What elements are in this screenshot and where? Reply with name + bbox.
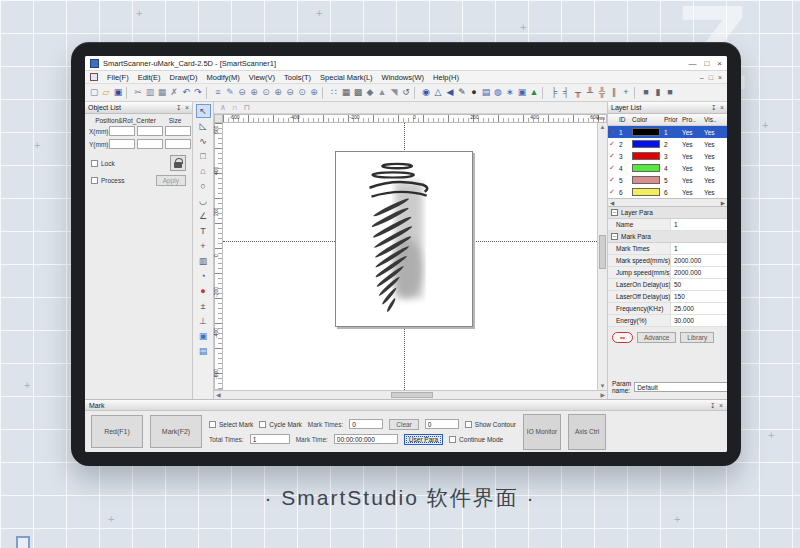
collapse-icon[interactable]: – <box>611 233 618 240</box>
select-tool[interactable]: ↖ <box>196 104 211 118</box>
scrollbar-thumb[interactable] <box>391 392 433 398</box>
align-right-icon[interactable]: ╡ <box>560 86 572 100</box>
laser-brand-button[interactable]: ∞ <box>612 332 633 343</box>
zoom-page-icon[interactable]: ⊙ <box>296 86 308 100</box>
maximize-button[interactable]: □ <box>704 59 709 68</box>
dock-panel-a-icon[interactable]: ■ <box>640 86 652 100</box>
close-icon[interactable]: × <box>719 402 723 409</box>
speaker-icon[interactable]: ◀ <box>444 86 456 100</box>
point-tool[interactable]: + <box>196 239 211 253</box>
bell-icon[interactable]: ◍ <box>492 86 504 100</box>
param-row[interactable]: Frequency(KHz)25.000 <box>608 303 727 315</box>
close-button[interactable]: × <box>717 59 722 68</box>
rectangle-tool[interactable]: □ <box>196 149 211 163</box>
mdi-close-button[interactable]: × <box>718 74 722 81</box>
calibration-icon[interactable]: △ <box>432 86 444 100</box>
coordinate-input[interactable] <box>109 139 135 149</box>
dimension-tool[interactable]: ∠ <box>196 209 211 223</box>
mark-time-input[interactable] <box>334 434 398 444</box>
paste-icon[interactable]: ▦ <box>156 86 168 100</box>
horizontal-scrollbar[interactable]: ◀ ▶ <box>214 390 607 399</box>
menu-item-file[interactable]: File(F) <box>107 73 129 82</box>
coordinate-input[interactable] <box>165 126 191 136</box>
mdi-minimize-button[interactable]: – <box>700 74 704 81</box>
layer-color-swatch[interactable] <box>632 152 660 160</box>
layer-table-scrollbar[interactable]: ◀ ▶ <box>608 199 727 207</box>
param-group-header[interactable]: –Layer Para <box>608 207 727 219</box>
delete-icon[interactable]: ✗ <box>168 86 180 100</box>
coordinate-input[interactable] <box>137 126 163 136</box>
polyline-tool[interactable]: ∿ <box>196 134 211 148</box>
param-row[interactable]: Mark speed(mm/s)2000.000 <box>608 255 727 267</box>
copy-icon[interactable]: ▥ <box>144 86 156 100</box>
align-bottom-icon[interactable]: ╨ <box>584 86 596 100</box>
scroll-up-icon[interactable]: ▲ <box>598 124 607 130</box>
scrollbar-thumb[interactable] <box>599 235 606 269</box>
layer-color-swatch[interactable] <box>632 128 660 136</box>
barcode-tool[interactable]: ▥ <box>196 254 211 268</box>
arc-tool-icon[interactable]: ∧ <box>220 104 226 112</box>
undo-icon[interactable]: ↶ <box>180 86 192 100</box>
shear-icon[interactable]: ◥ <box>388 86 400 100</box>
param-row[interactable]: Name1 <box>608 219 727 231</box>
photo-icon[interactable]: ▣ <box>516 86 528 100</box>
settings-icon[interactable]: ∗ <box>504 86 516 100</box>
save-file-icon[interactable]: ▣ <box>112 86 124 100</box>
close-icon[interactable]: × <box>185 104 189 111</box>
param-row[interactable]: LaserOn Delay(us)50 <box>608 279 727 291</box>
new-file-icon[interactable]: ▢ <box>88 86 100 100</box>
traffic-light-tool[interactable]: ● <box>196 284 211 298</box>
distribute-icon[interactable]: ∥ <box>608 86 620 100</box>
zoom-all-icon[interactable]: ⊙ <box>260 86 272 100</box>
collapse-icon[interactable]: – <box>611 209 618 216</box>
zoom-selection-icon[interactable]: ⊕ <box>272 86 284 100</box>
advance-button[interactable]: Advance <box>637 332 676 343</box>
menu-item-windows[interactable]: Windows(W) <box>382 73 425 82</box>
param-group-header[interactable]: –Mark Para <box>608 231 727 243</box>
zoom-in-icon[interactable]: ⊕ <box>248 86 260 100</box>
bitmap-tool[interactable]: ▣ <box>196 329 211 343</box>
cut-icon[interactable]: ✂ <box>132 86 144 100</box>
layers-icon[interactable]: ▤ <box>480 86 492 100</box>
layer-row[interactable]: ✓11YesYes <box>608 126 727 138</box>
process-checkbox[interactable]: Process <box>91 177 124 184</box>
timer-tool[interactable]: ◔ <box>196 269 211 283</box>
param-name-input[interactable] <box>634 382 727 392</box>
scroll-down-icon[interactable]: ▼ <box>598 383 607 389</box>
layer-row[interactable]: ✓55YesYes <box>608 174 727 186</box>
align-left-icon[interactable]: ╞ <box>548 86 560 100</box>
hatch-fine-icon[interactable]: ▦ <box>340 86 352 100</box>
close-icon[interactable]: × <box>720 104 724 111</box>
menu-item-modify[interactable]: Modify(M) <box>207 73 240 82</box>
layer-row[interactable]: ✓66YesYes <box>608 186 727 198</box>
arch-tool-icon[interactable]: ∩ <box>232 104 238 112</box>
fill-solid-icon[interactable]: ◆ <box>364 86 376 100</box>
clear-button[interactable]: Clear <box>389 419 419 430</box>
continue-mode-checkbox[interactable]: Continue Mode <box>449 436 503 443</box>
layer-row[interactable]: ✓44YesYes <box>608 162 727 174</box>
layer-enabled-check-icon[interactable]: ✓ <box>608 176 618 184</box>
param-row[interactable]: Jump speed(mm/s)2000.000 <box>608 267 727 279</box>
layer-enabled-check-icon[interactable]: ✓ <box>608 164 618 172</box>
template-tool[interactable]: ▤ <box>196 344 211 358</box>
relief-icon[interactable]: ▲ <box>376 86 388 100</box>
minimize-button[interactable]: — <box>688 59 696 68</box>
mark-target-icon[interactable]: ◉ <box>420 86 432 100</box>
center-to-origin-icon[interactable]: + <box>620 86 632 100</box>
coordinate-input[interactable] <box>109 126 135 136</box>
dock-panel-c-icon[interactable]: ■ <box>664 86 676 100</box>
zoom-out-icon[interactable]: ⊖ <box>236 86 248 100</box>
polygon-tool[interactable]: ⌂ <box>196 164 211 178</box>
pen-icon[interactable]: ✎ <box>456 86 468 100</box>
curve-tool[interactable]: ◡ <box>196 194 211 208</box>
param-row[interactable]: LaserOff Delay(us)150 <box>608 291 727 303</box>
tree-icon[interactable]: ▲ <box>528 86 540 100</box>
layer-enabled-check-icon[interactable]: ✓ <box>608 140 618 148</box>
zoom-previous-icon[interactable]: ⊖ <box>284 86 296 100</box>
offset-tool[interactable]: ± <box>196 299 211 313</box>
open-file-icon[interactable]: ▱ <box>100 86 112 100</box>
menu-item-special-mark[interactable]: Special Mark(L) <box>320 73 373 82</box>
param-row[interactable]: Energy(%)30.000 <box>608 315 727 327</box>
scroll-left-icon[interactable]: ◀ <box>216 391 221 398</box>
layer-enabled-check-icon[interactable]: ✓ <box>608 188 618 196</box>
